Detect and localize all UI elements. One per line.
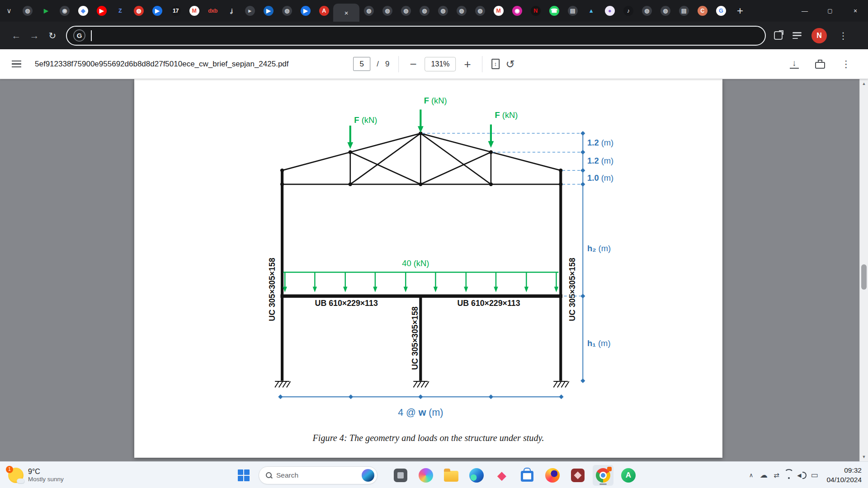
span-label: 4 @ w (m): [398, 407, 443, 418]
tab-globe-site[interactable]: ◍: [396, 0, 415, 22]
tab-tiktok[interactable]: ♪: [619, 0, 637, 22]
pdf-menu-icon[interactable]: [12, 61, 21, 67]
scroll-down-arrow[interactable]: ▼: [860, 452, 868, 461]
tab-script[interactable]: ʝ: [222, 0, 241, 22]
red-square-app[interactable]: [567, 465, 588, 486]
zoom-out-button[interactable]: −: [408, 58, 418, 70]
tab-photos[interactable]: ◈: [74, 0, 92, 22]
scroll-up-arrow[interactable]: ▲: [860, 79, 868, 88]
tab-search-button[interactable]: ∨: [0, 0, 18, 22]
tab-netflix[interactable]: N: [526, 0, 545, 22]
tab-blue-play[interactable]: ▶: [296, 0, 315, 22]
tab-globe-site[interactable]: ◍: [378, 0, 396, 22]
copilot[interactable]: [415, 465, 436, 486]
middle-column-label: UC 305×305×158: [410, 306, 420, 370]
tab-favicon: ▲: [586, 6, 596, 16]
dimension-leaders: [422, 133, 580, 296]
firefox[interactable]: [542, 465, 563, 486]
zoom-in-button[interactable]: +: [462, 58, 473, 70]
tab-dark-site[interactable]: ▸: [241, 0, 259, 22]
tab-active-pdf[interactable]: ×: [333, 4, 359, 22]
minimize-button[interactable]: —: [792, 0, 817, 22]
send-tab-icon[interactable]: [774, 31, 783, 40]
tab-favicon: ◉: [512, 6, 522, 16]
cloud-icon[interactable]: ☁: [758, 466, 769, 484]
reload-icon[interactable]: ↻: [43, 27, 61, 45]
tab-gmail[interactable]: M: [185, 0, 203, 22]
pdf-toolbar-right: ↓ ⋮: [790, 59, 856, 70]
tab-blue-play[interactable]: ▶: [148, 0, 166, 22]
tab-dark-site[interactable]: ▤: [675, 0, 693, 22]
omnibox[interactable]: G: [66, 26, 766, 46]
rotate-icon[interactable]: ↺: [506, 58, 515, 70]
tab-gmail[interactable]: M: [489, 0, 508, 22]
tab-google[interactable]: G: [712, 0, 730, 22]
chevron-up-icon[interactable]: ∧: [745, 466, 757, 484]
tab-globe-site[interactable]: ◍: [434, 0, 452, 22]
toolbar-divider: [398, 56, 399, 72]
taskbar-clock[interactable]: 09:32 04/10/2024: [821, 466, 866, 485]
browser-menu-icon[interactable]: ⋮: [837, 30, 849, 41]
print-icon[interactable]: [815, 62, 825, 69]
tab-z-site[interactable]: Z: [111, 0, 129, 22]
edge[interactable]: [466, 465, 487, 486]
tab-dark-site[interactable]: ▤: [563, 0, 582, 22]
pen-device-icon[interactable]: ▭: [808, 466, 820, 484]
tab-dxb[interactable]: dxb: [203, 0, 222, 22]
taskbar-search[interactable]: Search: [259, 466, 377, 484]
wifi-icon[interactable]: [783, 466, 795, 484]
tab-globe-site[interactable]: ◍: [656, 0, 675, 22]
tab-globe-site[interactable]: ◍: [452, 0, 471, 22]
gem-app[interactable]: ◆: [491, 465, 512, 486]
tab-red-circle[interactable]: ◍: [129, 0, 148, 22]
sync-icon[interactable]: ⇄: [770, 466, 782, 484]
download-icon[interactable]: ↓: [790, 60, 799, 69]
close-button[interactable]: ×: [843, 0, 868, 22]
tab-peaks[interactable]: ▲: [582, 0, 600, 22]
tab-person[interactable]: ●: [600, 0, 619, 22]
start-button[interactable]: [233, 465, 254, 486]
tab-globe-site[interactable]: ◍: [637, 0, 656, 22]
left-column-label: UC 305×305×158: [268, 258, 277, 321]
maximize-button[interactable]: ▢: [817, 0, 843, 22]
volume-icon[interactable]: ◀: [796, 466, 807, 484]
pinned-window-app[interactable]: [390, 465, 411, 486]
fit-to-page-icon[interactable]: ↕: [491, 59, 500, 69]
tab-instagram[interactable]: ◉: [508, 0, 526, 22]
tab-claude[interactable]: C: [693, 0, 712, 22]
truss-members: [282, 133, 561, 184]
forward-icon[interactable]: →: [25, 27, 43, 45]
tab-whatsapp[interactable]: ☎: [545, 0, 563, 22]
scrollbar-thumb[interactable]: [861, 264, 867, 290]
tab-favicon: ▸: [245, 6, 255, 16]
tab-youtube[interactable]: ▶: [92, 0, 111, 22]
profile-avatar[interactable]: N: [811, 28, 827, 43]
tab-strip-tabs: ◍ ▶ ◉ ◈ ▶ Z ◍: [18, 0, 730, 22]
scrollbar[interactable]: ▲ ▼: [859, 79, 868, 461]
browser-address-bar: ← → ↻ G N ⋮: [0, 22, 868, 49]
tab-globe-site[interactable]: ◍: [415, 0, 434, 22]
tab-tv17[interactable]: 17: [166, 0, 185, 22]
reading-list-icon[interactable]: [793, 32, 802, 39]
pinned-apps: ◆ A: [390, 465, 639, 486]
tab-favicon: ▤: [679, 6, 689, 16]
dim-top1: 1.2 (m): [587, 138, 613, 147]
file-explorer[interactable]: [441, 465, 462, 486]
pdf-more-icon[interactable]: ⋮: [841, 59, 851, 70]
anydesk[interactable]: A: [618, 465, 639, 486]
new-tab-button[interactable]: +: [730, 0, 750, 22]
microsoft-store[interactable]: [517, 465, 538, 486]
tab-globe-site[interactable]: ◍: [359, 0, 378, 22]
tab-blue-play[interactable]: ▶: [259, 0, 278, 22]
page-number-input[interactable]: [353, 57, 370, 71]
back-icon[interactable]: ←: [7, 27, 25, 45]
tab-dark-site[interactable]: ◍: [18, 0, 37, 22]
tab-globe-site[interactable]: ◍: [471, 0, 489, 22]
tab-globe-site[interactable]: ◍: [278, 0, 296, 22]
tab-camera-site[interactable]: ◉: [55, 0, 74, 22]
search-icon: [264, 471, 273, 479]
tab-red-a[interactable]: A: [315, 0, 333, 22]
weather-widget[interactable]: 1 9°C Mostly sunny: [4, 462, 68, 488]
chrome-taskbar[interactable]: [593, 465, 613, 486]
tab-green-play[interactable]: ▶: [37, 0, 55, 22]
